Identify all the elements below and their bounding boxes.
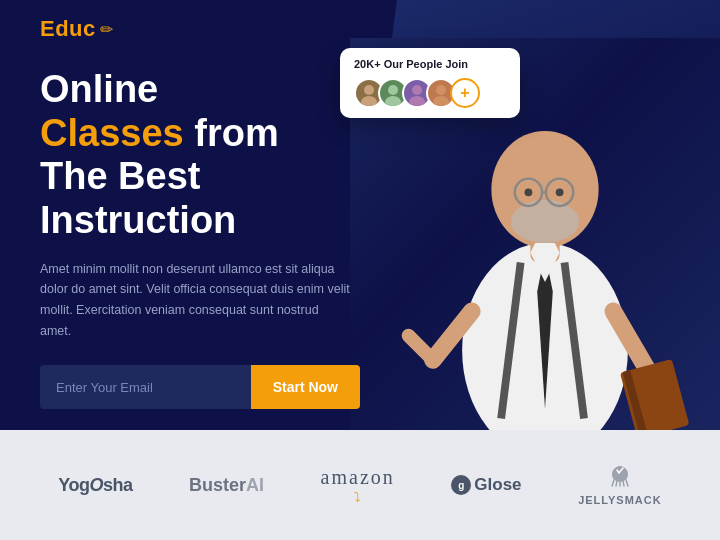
brands-section: YogOsha BusterAI amazon ⤵ g Glose JELLYS… — [0, 430, 720, 540]
start-now-button[interactable]: Start Now — [251, 365, 360, 409]
svg-point-0 — [364, 85, 374, 95]
amazon-text: amazon — [321, 466, 395, 489]
svg-point-5 — [409, 96, 425, 106]
social-proof-card: 20K+ Our People Join — [340, 48, 520, 118]
svg-point-1 — [361, 96, 377, 106]
content-area: Online Classes from The Best Instruction… — [0, 58, 720, 409]
yogosha-text: YogOsha — [58, 475, 132, 496]
buster-text: BusterAI — [189, 475, 264, 496]
jellysmack-text: JELLYSMACK — [578, 494, 662, 506]
description-text: Amet minim mollit non deserunt ullamco e… — [40, 259, 350, 342]
avatar-plus: + — [450, 78, 480, 108]
svg-point-6 — [436, 85, 446, 95]
headline-line3: The Best — [40, 155, 200, 197]
brand-yogosha: YogOsha — [58, 475, 132, 496]
main-hero-section: Educ ✏ Online Classes from The Best Inst… — [0, 0, 720, 430]
jellysmack-icon — [606, 464, 634, 492]
social-proof-text: 20K+ Our People Join — [354, 58, 506, 70]
email-input[interactable] — [40, 365, 251, 409]
brand-amazon: amazon ⤵ — [321, 466, 395, 505]
headline-line2-rest: from — [184, 112, 279, 154]
headline-line1: Online — [40, 68, 158, 110]
svg-point-2 — [388, 85, 398, 95]
svg-point-3 — [385, 96, 401, 106]
brand-buster: BusterAI — [189, 475, 264, 496]
logo[interactable]: Educ ✏ — [40, 16, 113, 42]
glose-text: Glose — [474, 475, 521, 495]
glose-icon: g — [451, 475, 471, 495]
pencil-icon: ✏ — [100, 20, 113, 39]
svg-point-4 — [412, 85, 422, 95]
avatars-row: + — [354, 78, 506, 108]
headline-line4: Instruction — [40, 199, 236, 241]
amazon-arrow: ⤵ — [354, 490, 361, 505]
svg-point-7 — [433, 96, 449, 106]
brand-jellysmack: JELLYSMACK — [578, 464, 662, 506]
logo-text: Educ — [40, 16, 96, 42]
brand-glose: g Glose — [451, 475, 521, 495]
email-form: Start Now — [40, 365, 360, 409]
headline-highlight: Classes — [40, 112, 184, 154]
